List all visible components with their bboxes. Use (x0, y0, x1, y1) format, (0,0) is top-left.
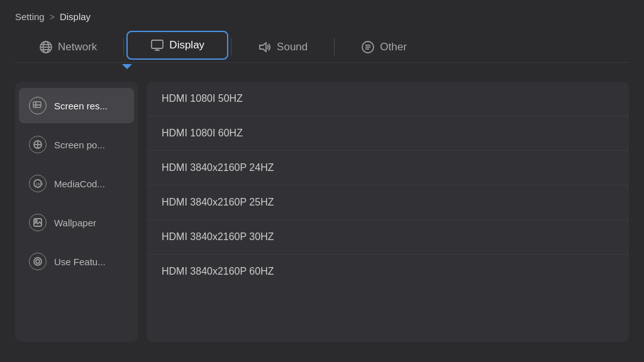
resolution-item-hdmi-2160p-60[interactable]: HDMI 3840x2160P 60HZ (147, 255, 629, 288)
svg-text:1080p: 1080p (36, 182, 43, 186)
tab-display-label: Display (169, 39, 204, 52)
tab-network[interactable]: Network (15, 33, 121, 62)
resolution-item-hdmi-1080i-50[interactable]: HDMI 1080I 50HZ (147, 82, 629, 116)
tab-display[interactable]: Display (126, 31, 228, 60)
globe-icon (39, 40, 53, 54)
tab-network-label: Network (58, 41, 97, 53)
sidebar-item-wallpaper[interactable]: Wallpaper (19, 205, 134, 240)
tab-sound[interactable]: Sound (234, 33, 331, 62)
sidebar-item-wallpaper-label: Wallpaper (54, 217, 96, 228)
sidebar-item-screen-res[interactable]: Screen res... (19, 88, 134, 123)
main-content: Screen res... Screen po... 1080p Media (0, 72, 644, 352)
breadcrumb-root: Setting (15, 11, 45, 22)
breadcrumb: Setting > Display (15, 11, 629, 22)
tab-bar: Network Display (15, 31, 629, 63)
svg-marker-8 (260, 43, 266, 52)
mediacode-icon: 1080p (29, 175, 47, 192)
breadcrumb-current: Display (60, 11, 91, 22)
resolution-item-hdmi-2160p-30[interactable]: HDMI 3840x2160P 30HZ (147, 220, 629, 255)
resolution-item-hdmi-1080i-60[interactable]: HDMI 1080I 60HZ (147, 116, 629, 151)
sidebar-item-use-featu-label: Use Featu... (54, 256, 106, 267)
sidebar-item-mediacode-label: MediaCod... (54, 178, 105, 189)
resolution-item-hdmi-2160p-24[interactable]: HDMI 3840x2160P 24HZ (147, 151, 629, 185)
tab-divider-1 (123, 38, 124, 55)
sidebar-item-mediacode[interactable]: 1080p MediaCod... (19, 166, 134, 201)
sidebar-item-screen-res-label: Screen res... (54, 101, 108, 111)
breadcrumb-separator: > (50, 12, 55, 22)
resolution-panel: HDMI 1080I 50HZ HDMI 1080I 60HZ HDMI 384… (147, 82, 629, 342)
tab-other[interactable]: Other (337, 33, 431, 62)
tab-sound-label: Sound (277, 41, 308, 53)
svg-point-22 (35, 220, 37, 222)
other-icon (361, 40, 375, 54)
tab-divider-3 (334, 38, 335, 55)
svg-point-25 (38, 261, 38, 262)
header: Setting > Display Network (0, 0, 644, 63)
tab-other-label: Other (380, 41, 407, 53)
resolution-item-hdmi-2160p-25[interactable]: HDMI 3840x2160P 25HZ (147, 185, 629, 220)
tab-divider-2 (231, 38, 231, 55)
resolution-list: HDMI 1080I 50HZ HDMI 1080I 60HZ HDMI 384… (147, 82, 629, 288)
sound-icon (258, 40, 272, 54)
sidebar-item-screen-po-label: Screen po... (54, 140, 105, 150)
use-featu-icon (29, 253, 47, 270)
screen-res-icon (29, 97, 47, 114)
wallpaper-icon (29, 214, 47, 231)
sidebar: Screen res... Screen po... 1080p Media (15, 82, 138, 342)
svg-rect-5 (152, 40, 163, 48)
screen-po-icon (29, 136, 47, 153)
display-icon (150, 38, 164, 52)
tab-arrow (0, 63, 644, 72)
sidebar-item-screen-po[interactable]: Screen po... (19, 127, 134, 162)
sidebar-item-use-featu[interactable]: Use Featu... (19, 244, 134, 279)
